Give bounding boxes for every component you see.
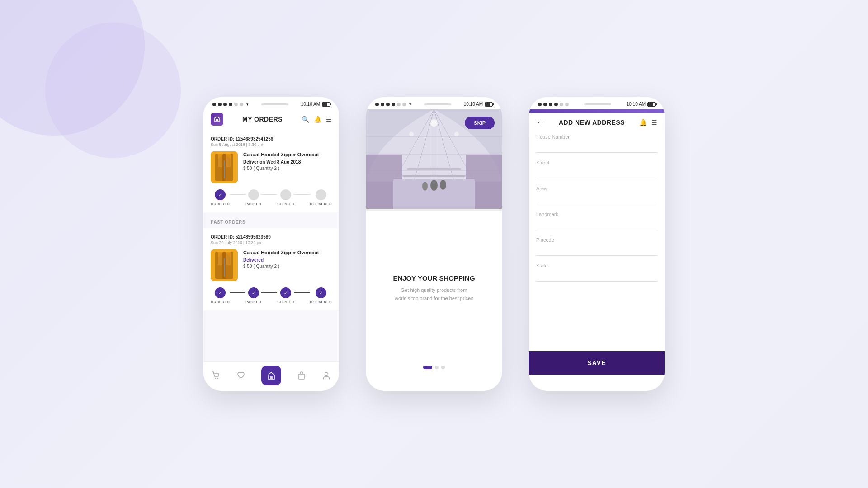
house-number-field: House Number (536, 134, 657, 153)
wifi-icon: ▾ (246, 102, 249, 107)
phone-orders: ▾ 10:10 AM MY ORDERS 🔍 🔔 ☰ (203, 97, 339, 391)
address-header: ← ADD NEW ADDRESS 🔔 ☰ (529, 113, 665, 131)
orders-body: ORDER ID: 125468932541256 Sun 5 August 2… (203, 130, 339, 370)
indicator-3 (441, 366, 445, 369)
track-line-p3 (294, 292, 310, 293)
ob-battery-icon (485, 102, 493, 107)
state-field: State (536, 263, 657, 282)
home-icon (267, 371, 276, 380)
order-date-current: Sun 5 August 2018 | 3:30 pm (211, 142, 332, 147)
step-label-shipped-past: SHIPPED (277, 300, 294, 304)
form-bottom-spacer (536, 289, 657, 316)
addr-notch (584, 103, 611, 105)
status-bar-address: 10:10 AM (529, 97, 665, 109)
addr-dot-2 (543, 103, 547, 106)
bag-icon (297, 371, 306, 380)
battery-icon (322, 102, 330, 107)
current-order-section: ORDER ID: 125468932541256 Sun 5 August 2… (203, 130, 339, 212)
svg-rect-9 (224, 160, 225, 178)
house-number-label: House Number (536, 134, 657, 140)
area-input[interactable] (536, 193, 657, 204)
order-item-current: Casual Hooded Zipper Overcoat Deliver on… (211, 151, 332, 183)
ob-dot-2 (381, 103, 384, 106)
step-label-packed: PACKED (245, 202, 261, 206)
jacket-svg-past (211, 249, 238, 281)
indicator-2 (435, 366, 439, 369)
notch (261, 103, 288, 105)
step-shipped-current: SHIPPED (277, 189, 294, 206)
nav-bag[interactable] (297, 371, 306, 380)
nav-home-active[interactable] (261, 366, 281, 385)
svg-point-22 (325, 373, 328, 376)
addr-dot-4 (554, 103, 558, 106)
nav-profile[interactable] (322, 371, 331, 380)
address-form: House Number Street Area Landmark Pincod (529, 131, 665, 319)
phone-address: 10:10 AM ← ADD NEW ADDRESS 🔔 ☰ House Num… (529, 97, 665, 391)
order-item-past: Casual Hooded Zipper Overcoat Delivered … (211, 249, 332, 281)
landmark-input[interactable] (536, 219, 657, 230)
nav-wishlist[interactable] (236, 371, 245, 380)
dot-2 (218, 103, 222, 106)
step-circle-shipped (280, 189, 291, 200)
order-id-past: ORDER ID: 52148595623589 (211, 235, 332, 239)
skip-button[interactable]: SKIP (465, 117, 495, 129)
ob-dot-6 (402, 103, 406, 106)
address-menu-icon[interactable]: ☰ (651, 119, 657, 126)
step-label-packed-past: PACKED (245, 300, 261, 304)
indicator-1 (423, 366, 432, 369)
logo-icon (213, 116, 221, 123)
notification-icon[interactable]: 🔔 (639, 119, 647, 126)
phone-onboarding: ▾ 10:10 AM SKIP (366, 97, 502, 391)
page-title: MY ORDERS (242, 116, 283, 123)
step-delivered-past: ✓ DELIVERED (310, 287, 332, 304)
back-button[interactable]: ← (536, 117, 544, 127)
ob-status-right: 10:10 AM (464, 102, 493, 107)
step-label-shipped: SHIPPED (277, 202, 294, 206)
step-label-ordered-past: ORDERED (211, 300, 230, 304)
order-id-current: ORDER ID: 125468932541256 (211, 136, 332, 141)
time-display: 10:10 AM (301, 102, 320, 107)
area-field: Area (536, 186, 657, 204)
dot-3 (223, 103, 227, 106)
nav-cart[interactable] (212, 371, 221, 380)
street-label: Street (536, 160, 657, 165)
product-name-current: Casual Hooded Zipper Overcoat (243, 151, 332, 158)
step-packed-current: PACKED (245, 189, 261, 206)
brand-logo (211, 113, 223, 126)
menu-icon[interactable]: ☰ (326, 116, 332, 123)
step-packed-past: ✓ PACKED (245, 287, 261, 304)
addr-time-display: 10:10 AM (627, 102, 646, 107)
delivered-status: Delivered (243, 258, 332, 263)
step-circle-shipped-past: ✓ (280, 287, 291, 298)
save-button[interactable]: SAVE (529, 351, 665, 375)
svg-point-42 (430, 119, 438, 127)
product-details-past: Casual Hooded Zipper Overcoat Delivered … (243, 249, 332, 269)
street-input[interactable] (536, 167, 657, 178)
svg-point-19 (217, 378, 218, 379)
status-bar-orders: ▾ 10:10 AM (203, 97, 339, 109)
step-ordered-current: ✓ ORDERED (211, 189, 230, 206)
product-name-past: Casual Hooded Zipper Overcoat (243, 249, 332, 256)
address-header-actions: 🔔 ☰ (639, 119, 657, 126)
deliver-info: Deliver on Wed 8 Aug 2018 (243, 160, 332, 164)
svg-rect-17 (224, 258, 225, 277)
ob-dot-5 (397, 103, 401, 106)
tracking-current: ✓ ORDERED PACKED SHIPPED (211, 189, 332, 206)
bell-icon[interactable]: 🔔 (314, 116, 321, 123)
step-circle-ordered-past: ✓ (215, 287, 226, 298)
search-icon[interactable]: 🔍 (302, 116, 309, 123)
svg-point-38 (422, 182, 428, 191)
onboarding-body: SKIP (366, 109, 502, 378)
dot-1 (212, 103, 216, 106)
addr-dot-6 (565, 103, 569, 106)
step-circle-packed-past: ✓ (248, 287, 259, 298)
state-input[interactable] (536, 270, 657, 282)
svg-point-39 (440, 180, 446, 190)
past-order-section: ORDER ID: 52148595623589 Sun 29 July 201… (203, 228, 339, 310)
house-number-input[interactable] (536, 141, 657, 153)
cart-icon (212, 371, 221, 380)
pincode-input[interactable] (536, 244, 657, 256)
addr-battery-icon (647, 102, 656, 107)
onboard-title: ENJOY YOUR SHOPPING (393, 274, 475, 282)
product-details-current: Casual Hooded Zipper Overcoat Deliver on… (243, 151, 332, 171)
